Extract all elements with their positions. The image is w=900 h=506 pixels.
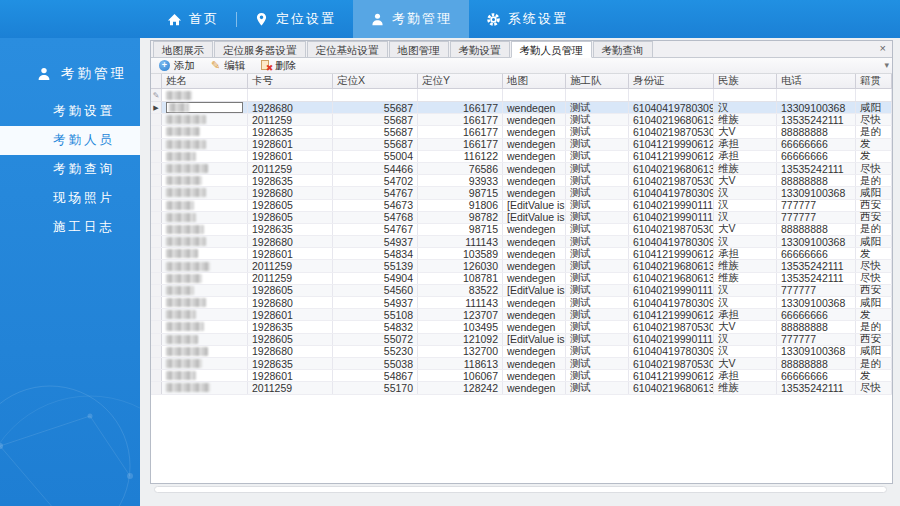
cell-身份证: 610412199906122... bbox=[629, 248, 714, 259]
cell-身份证: 610402199901112... bbox=[629, 200, 714, 211]
table-row[interactable]: 19286805476798715wendegen测试6104041978030… bbox=[151, 187, 892, 199]
filter-cell-民族[interactable] bbox=[714, 89, 777, 101]
cell-卡号: 2011259 bbox=[248, 382, 333, 393]
table-row[interactable]: 192860154867106067wendegen测试610412199906… bbox=[151, 370, 892, 382]
column-header-民族[interactable]: 民族 bbox=[714, 74, 777, 88]
cell-卡号: 1928680 bbox=[248, 236, 333, 247]
table-row[interactable]: 201125954904108781wendegen测试610402196806… bbox=[151, 273, 892, 285]
row-indicator bbox=[151, 126, 162, 137]
table-row[interactable]: 192868054937111143wendegen测试610404197803… bbox=[151, 236, 892, 248]
tab-考勤查询[interactable]: 考勤查询 bbox=[593, 41, 653, 57]
tab-定位基站设置[interactable]: 定位基站设置 bbox=[307, 41, 388, 57]
column-header-定位Y[interactable]: 定位Y bbox=[418, 74, 503, 88]
tab-定位服务器设置[interactable]: 定位服务器设置 bbox=[214, 41, 306, 57]
column-header-卡号[interactable]: 卡号 bbox=[248, 74, 333, 88]
table-row[interactable]: 192860155687166177wendegen测试610412199906… bbox=[151, 139, 892, 151]
cell-施工队: 测试 bbox=[566, 358, 629, 369]
cell-定位X: 54832 bbox=[333, 321, 418, 332]
column-header-身份证[interactable]: 身份证 bbox=[629, 74, 714, 88]
column-header-定位X[interactable]: 定位X bbox=[333, 74, 418, 88]
nav-item-系统设置[interactable]: 系统设置 bbox=[469, 0, 585, 38]
tab-地图管理[interactable]: 地图管理 bbox=[389, 41, 449, 57]
cell-电话: 13309100368 bbox=[777, 187, 856, 198]
table-row[interactable]: 192860555072121092[EditValue is null]测试6… bbox=[151, 334, 892, 346]
cell-卡号: 1928601 bbox=[248, 248, 333, 259]
sidebar-item-现场照片[interactable]: 现场照片 bbox=[0, 184, 140, 213]
sidebar-item-考勤查询[interactable]: 考勤查询 bbox=[0, 155, 140, 184]
filter-cell-电话[interactable] bbox=[777, 89, 856, 101]
cell-身份证: 610402196806130... bbox=[629, 114, 714, 125]
sidebar-item-考勤设置[interactable]: 考勤设置 bbox=[0, 97, 140, 126]
tab-考勤设置[interactable]: 考勤设置 bbox=[450, 41, 510, 57]
add-button[interactable]: + 添加 bbox=[159, 59, 195, 73]
table-row[interactable]: 19286055456083522[EditValue is null]测试61… bbox=[151, 285, 892, 297]
cell-卡号: 1928680 bbox=[248, 187, 333, 198]
table-row[interactable]: 20112595446676586wendegen测试6104021968061… bbox=[151, 163, 892, 175]
table-row[interactable]: 201125955170128242wendegen测试610402196806… bbox=[151, 382, 892, 394]
table-row[interactable]: 192860155004116122wendegen测试610412199906… bbox=[151, 151, 892, 163]
table-row[interactable]: 192863555038118613wendegen测试610402198705… bbox=[151, 358, 892, 370]
tab-考勤人员管理[interactable]: 考勤人员管理 bbox=[511, 41, 592, 58]
grid-filter-row[interactable]: ✎ bbox=[151, 89, 892, 102]
nav-item-首页[interactable]: 首页 bbox=[150, 0, 236, 38]
delete-button[interactable]: ✖ 删除 bbox=[261, 59, 296, 73]
filter-cell-籍贯[interactable] bbox=[856, 89, 892, 101]
close-icon[interactable]: × bbox=[878, 43, 888, 54]
horizontal-scrollbar[interactable] bbox=[154, 486, 887, 493]
cell-定位X: 54702 bbox=[333, 175, 418, 186]
cell-卡号: 1928635 bbox=[248, 126, 333, 137]
cell-民族: 承担 bbox=[714, 139, 777, 150]
table-row[interactable]: 192868054937111143wendegen测试610404197803… bbox=[151, 297, 892, 309]
location-icon bbox=[254, 12, 269, 27]
cell-施工队: 测试 bbox=[566, 151, 629, 162]
cell-地图: wendegen bbox=[503, 370, 566, 381]
table-row[interactable]: 192863554832103495wendegen测试610402198705… bbox=[151, 321, 892, 333]
row-indicator bbox=[151, 212, 162, 223]
filter-cell-地图[interactable] bbox=[503, 89, 566, 101]
nav-item-定位设置[interactable]: 定位设置 bbox=[237, 0, 353, 38]
cell-身份证: 610404197803093... bbox=[629, 102, 714, 113]
table-row[interactable]: 19286055476898782[EditValue is null]测试61… bbox=[151, 212, 892, 224]
nav-item-考勤管理[interactable]: 考勤管理 bbox=[353, 0, 469, 38]
table-row[interactable]: 192860154834103589wendegen测试610412199906… bbox=[151, 248, 892, 260]
sidebar-item-施工日志[interactable]: 施工日志 bbox=[0, 213, 140, 242]
filter-cell-施工队[interactable] bbox=[566, 89, 629, 101]
filter-cell-定位Y[interactable] bbox=[418, 89, 503, 101]
tab-地图展示[interactable]: 地图展示 bbox=[153, 41, 213, 57]
table-row[interactable]: 19286355476798715wendegen测试6104021987053… bbox=[151, 224, 892, 236]
name-edit-input[interactable] bbox=[166, 102, 243, 113]
sidebar-item-考勤人员[interactable]: 考勤人员 bbox=[0, 126, 140, 155]
add-icon: + bbox=[159, 60, 170, 71]
cell-施工队: 测试 bbox=[566, 102, 629, 113]
column-header-施工队[interactable]: 施工队 bbox=[566, 74, 629, 88]
table-row[interactable]: 201125955687166177wendegen测试610402196806… bbox=[151, 114, 892, 126]
table-row[interactable]: 192868055230132700wendegen测试610404197803… bbox=[151, 346, 892, 358]
column-header-地图[interactable]: 地图 bbox=[503, 74, 566, 88]
filter-cell-姓名[interactable] bbox=[162, 89, 248, 101]
cell-定位Y: 98715 bbox=[418, 187, 503, 198]
censored-name bbox=[166, 274, 202, 283]
filter-cell-身份证[interactable] bbox=[629, 89, 714, 101]
cell-电话: 88888888 bbox=[777, 321, 856, 332]
toolbar-overflow-dropdown-icon[interactable]: ▾ bbox=[884, 60, 889, 70]
table-row[interactable]: 192860155108123707wendegen测试610412199906… bbox=[151, 309, 892, 321]
cell-地图: [EditValue is null] bbox=[503, 334, 566, 345]
column-header-姓名[interactable]: 姓名 bbox=[162, 74, 248, 88]
filter-cell-卡号[interactable] bbox=[248, 89, 333, 101]
cell-地图: wendegen bbox=[503, 236, 566, 247]
cell-施工队: 测试 bbox=[566, 382, 629, 393]
row-indicator bbox=[151, 358, 162, 369]
filter-cell-定位X[interactable] bbox=[333, 89, 418, 101]
table-row[interactable]: ▶192868055687166177wendegen测试61040419780… bbox=[151, 102, 892, 114]
column-header-籍贯[interactable]: 籍贯 bbox=[856, 74, 892, 88]
column-header-电话[interactable]: 电话 bbox=[777, 74, 856, 88]
table-row[interactable]: 201125955139126030wendegen测试610402196806… bbox=[151, 260, 892, 272]
table-row[interactable]: 19286355470293933wendegen测试6104021987053… bbox=[151, 175, 892, 187]
sidebar-menu: 考勤设置考勤人员考勤查询现场照片施工日志 bbox=[0, 97, 140, 242]
cell-民族: 大V bbox=[714, 126, 777, 137]
censored-name bbox=[166, 298, 206, 307]
table-row[interactable]: 19286055467391806[EditValue is null]测试61… bbox=[151, 200, 892, 212]
table-row[interactable]: 192863555687166177wendegen测试610402198705… bbox=[151, 126, 892, 138]
cell-籍贯: 西安 bbox=[856, 212, 892, 223]
edit-button[interactable]: ✎ 编辑 bbox=[211, 59, 245, 73]
